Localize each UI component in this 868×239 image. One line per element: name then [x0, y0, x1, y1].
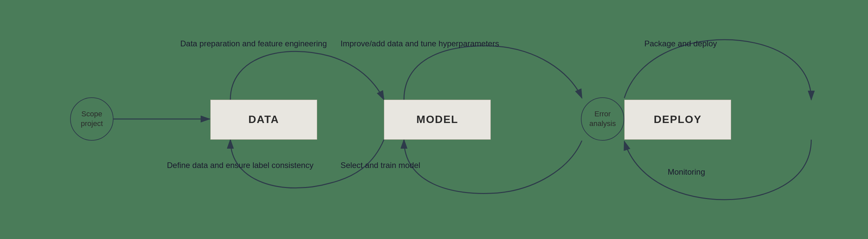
error-analysis-circle: Error analysis [581, 97, 624, 141]
deploy-box: DEPLOY [624, 100, 731, 140]
select-train-label: Select and train model [341, 160, 420, 171]
scope-project-label: Scope project [71, 109, 113, 128]
data-box-label: DATA [248, 113, 279, 126]
define-data-label: Define data and ensure label consistency [167, 160, 313, 171]
data-box: DATA [210, 100, 317, 140]
model-box: MODEL [384, 100, 491, 140]
diagram-container: Scope project DATA MODEL Error analysis … [17, 11, 851, 228]
data-prep-label: Data preparation and feature engineering [180, 38, 327, 49]
package-deploy-label: Package and deploy [644, 38, 717, 49]
diagram: Scope project DATA MODEL Error analysis … [50, 20, 818, 220]
deploy-box-label: DEPLOY [654, 113, 702, 126]
monitoring-label: Monitoring [668, 166, 705, 178]
model-box-label: MODEL [416, 113, 458, 126]
improve-add-label: Improve/add data and tune hyperparameter… [341, 38, 499, 49]
error-analysis-label: Error analysis [582, 109, 624, 128]
scope-project-circle: Scope project [70, 97, 114, 141]
